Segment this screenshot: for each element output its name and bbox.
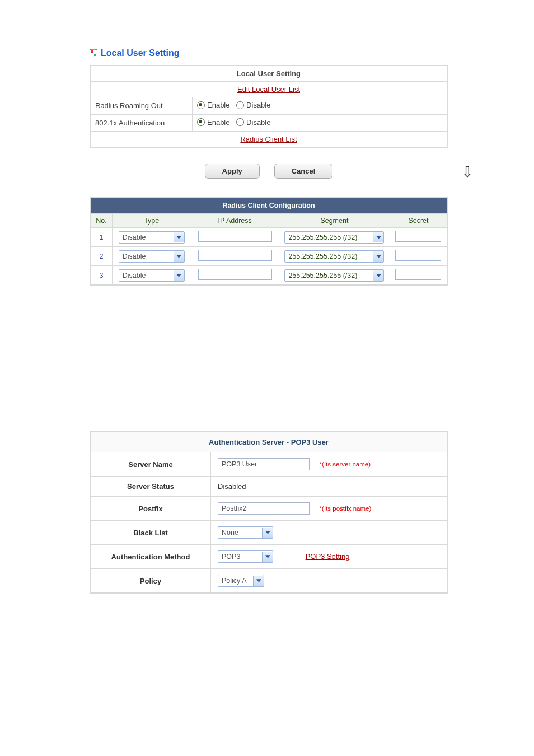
auth-server-form: Authentication Server - POP3 User Server… <box>90 431 448 594</box>
dot1x-disable-label: Disable <box>246 118 270 127</box>
svg-rect-2 <box>94 54 96 56</box>
button-row: Apply Cancel ⇩ <box>90 164 448 179</box>
type-select[interactable]: Disable <box>119 250 185 263</box>
edit-local-user-list-link[interactable]: Edit Local User List <box>237 85 300 94</box>
chevron-down-icon <box>373 270 383 281</box>
chevron-down-icon <box>262 552 273 562</box>
type-select[interactable]: Disable <box>119 231 185 244</box>
col-segment: Segment <box>279 214 390 228</box>
server-status-label: Server Status <box>90 477 211 497</box>
radius-roaming-out-label: Radius Roaming Out <box>90 97 193 115</box>
chevron-down-icon <box>373 251 383 262</box>
segment-value: 255.255.255.255 (/32) <box>285 270 373 281</box>
chevron-down-icon <box>373 232 383 242</box>
radius-roaming-out-options: Enable Disable <box>193 97 448 115</box>
segment-value: 255.255.255.255 (/32) <box>285 232 373 242</box>
radius-roaming-out-disable-radio[interactable] <box>236 101 244 109</box>
table-row: 1Disable255.255.255.255 (/32) <box>90 228 447 247</box>
policy-value: Policy A <box>218 576 253 586</box>
dot1x-enable-radio[interactable] <box>197 118 205 126</box>
dot1x-auth-label: 802.1x Authentication <box>90 114 193 132</box>
auth-server-pop3-section: Authentication Server - POP3 User Server… <box>90 431 448 594</box>
policy-label: Policy <box>90 569 211 594</box>
postfix-input[interactable]: Postfix2 <box>218 502 310 515</box>
cancel-button[interactable]: Cancel <box>274 164 333 179</box>
server-name-hint: *(Its server name) <box>320 461 371 468</box>
chevron-down-icon <box>253 576 264 586</box>
type-value: Disable <box>119 270 174 281</box>
pop3-setting-link[interactable]: POP3 Setting <box>306 552 350 561</box>
segment-select[interactable]: 255.255.255.255 (/32) <box>284 231 384 244</box>
radius-client-list-link[interactable]: Radius Client List <box>240 135 297 143</box>
segment-value: 255.255.255.255 (/32) <box>285 251 373 262</box>
section-icon <box>90 49 97 57</box>
local-user-setting-section: Local User Setting Local User Setting Ed… <box>90 48 448 286</box>
radius-roaming-out-enable-label: Enable <box>207 101 229 109</box>
table-row: 2Disable255.255.255.255 (/32) <box>90 247 447 266</box>
dot1x-auth-options: Enable Disable <box>193 114 448 132</box>
type-value: Disable <box>119 251 174 262</box>
auth-method-select[interactable]: POP3 <box>218 550 273 563</box>
row-no: 1 <box>90 228 112 247</box>
segment-select[interactable]: 255.255.255.255 (/32) <box>284 269 384 282</box>
secret-input[interactable] <box>395 250 441 261</box>
down-arrow-icon: ⇩ <box>461 164 474 181</box>
chevron-down-icon <box>174 251 184 262</box>
auth-method-label: Authentication Method <box>90 545 211 569</box>
page-title: Local User Setting <box>101 48 179 58</box>
page-title-row: Local User Setting <box>90 48 448 58</box>
row-no: 3 <box>90 266 112 286</box>
postfix-label: Postfix <box>90 497 211 521</box>
server-name-input[interactable]: POP3 User <box>218 458 310 470</box>
postfix-hint: *(Its postfix name) <box>320 505 372 512</box>
col-no: No. <box>90 214 112 228</box>
grid-title: Radius Client Configuration <box>90 197 447 214</box>
segment-select[interactable]: 255.255.255.255 (/32) <box>284 250 384 263</box>
server-name-label: Server Name <box>90 452 211 477</box>
form-header: Authentication Server - POP3 User <box>90 432 447 452</box>
black-list-label: Black List <box>90 521 211 545</box>
chevron-down-icon <box>174 232 184 242</box>
radius-roaming-out-disable-label: Disable <box>246 101 270 109</box>
chevron-down-icon <box>174 270 184 281</box>
dot1x-enable-label: Enable <box>207 118 229 127</box>
secret-input[interactable] <box>395 231 441 242</box>
ip-address-input[interactable] <box>198 269 272 280</box>
radius-client-config-table: Radius Client Configuration No. Type IP … <box>90 197 448 286</box>
ip-address-input[interactable] <box>198 231 272 242</box>
auth-method-value: POP3 <box>218 552 262 562</box>
black-list-select[interactable]: None <box>218 526 273 539</box>
table-row: 3Disable255.255.255.255 (/32) <box>90 266 447 286</box>
radius-roaming-out-enable-radio[interactable] <box>197 101 205 109</box>
server-status-value: Disabled <box>211 477 448 497</box>
secret-input[interactable] <box>395 269 441 280</box>
black-list-value: None <box>218 528 262 538</box>
dot1x-disable-radio[interactable] <box>236 118 244 126</box>
svg-rect-1 <box>91 50 93 53</box>
row-no: 2 <box>90 247 112 266</box>
col-type: Type <box>112 214 191 228</box>
type-select[interactable]: Disable <box>119 269 185 282</box>
ip-address-input[interactable] <box>198 250 272 261</box>
col-ip: IP Address <box>191 214 279 228</box>
local-user-setting-panel: Local User Setting Edit Local User List … <box>90 65 448 148</box>
type-value: Disable <box>119 232 174 242</box>
chevron-down-icon <box>262 528 273 538</box>
policy-select[interactable]: Policy A <box>218 575 264 587</box>
col-secret: Secret <box>390 214 447 228</box>
panel-header: Local User Setting <box>90 66 447 82</box>
apply-button[interactable]: Apply <box>205 164 260 179</box>
